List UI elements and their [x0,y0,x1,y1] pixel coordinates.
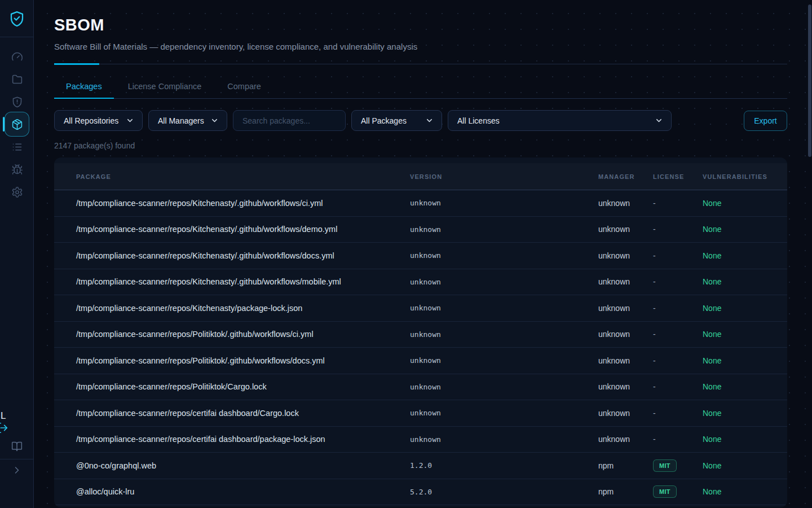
vulnerability-status: None [703,251,774,260]
sidebar-item-policies[interactable] [0,135,34,158]
package-license: - [653,409,703,418]
package-name: @0no-co/graphql.web [76,461,410,470]
table-row[interactable]: /tmp/compliance-scanner/repos/certifai d… [54,427,787,453]
package-license: - [653,304,703,313]
tab-bar: Packages License Compliance Compare [54,76,787,99]
package-manager: unknown [598,382,653,391]
table-row[interactable]: @0no-co/graphql.web 1.2.0 npm MIT None [54,453,787,479]
package-name: /tmp/compliance-scanner/repos/Kitchenast… [76,199,410,208]
table-row[interactable]: /tmp/compliance-scanner/repos/Politiktok… [54,322,787,348]
vulnerability-status: None [703,356,774,365]
package-manager: unknown [598,435,653,444]
sidebar-item-repositories[interactable] [0,68,34,90]
package-license: MIT [653,485,703,498]
table-row[interactable]: /tmp/compliance-scanner/repos/Politiktok… [54,348,787,374]
package-version: unknown [410,199,598,207]
managers-select-value: All Managers [158,116,205,125]
sidebar-bottom: L [0,435,34,508]
license-badge: MIT [653,459,677,472]
chevron-down-icon [655,116,663,125]
package-license: - [653,251,703,260]
package-version: unknown [410,383,598,391]
vulnerability-status: None [703,330,774,339]
table-row[interactable]: /tmp/compliance-scanner/repos/Kitchenast… [54,243,787,269]
license-badge: MIT [653,485,677,498]
column-header-license: License [653,173,703,180]
managers-select[interactable]: All Managers [148,110,227,131]
package-name: /tmp/compliance-scanner/repos/certifai d… [76,435,410,444]
package-manager: unknown [598,277,653,286]
tab-packages[interactable]: Packages [54,76,114,98]
sidebar-divider [0,459,34,459]
results-count: 2147 package(s) found [54,141,787,150]
header-rule [54,63,787,65]
search-input[interactable] [233,110,346,131]
table-row[interactable]: /tmp/compliance-scanner/repos/Kitchenast… [54,190,787,217]
table-row[interactable]: /tmp/compliance-scanner/repos/Kitchenast… [54,269,787,296]
repositories-select[interactable]: All Repositories [54,110,143,131]
sidebar-item-compliance[interactable] [0,90,34,113]
table-header-row: Package Version Manager License Vulnerab… [54,163,787,190]
package-license: - [653,356,703,365]
package-license: - [653,330,703,339]
package-version: unknown [410,278,598,286]
book-open-icon [11,441,23,452]
sidebar: L [0,0,34,508]
vulnerability-status: None [703,382,774,391]
bug-icon [11,164,23,176]
packages-select[interactable]: All Packages [351,110,442,131]
column-header-package: Package [76,173,410,180]
tab-license-compliance[interactable]: License Compliance [116,76,214,98]
vulnerability-status: None [703,199,774,208]
package-license: MIT [653,459,703,472]
table-row[interactable]: /tmp/compliance-scanner/repos/Politiktok… [54,374,787,401]
sidebar-collapse-button[interactable] [0,462,34,479]
package-name: @alloc/quick-lru [76,487,410,496]
package-version: unknown [410,356,598,365]
sidebar-overflow-label: L [1,410,6,422]
sidebar-item-issues[interactable] [0,158,34,181]
table-row[interactable]: /tmp/compliance-scanner/repos/Kitchenast… [54,217,787,243]
vulnerability-status: None [703,487,774,496]
licenses-select[interactable]: All Licenses [448,110,672,131]
package-license: - [653,199,703,208]
vertical-scrollbar[interactable] [808,5,811,157]
column-header-vulnerabilities: Vulnerabilities [703,173,774,180]
table-row[interactable]: /tmp/compliance-scanner/repos/Kitchenast… [54,295,787,322]
sidebar-item-docs[interactable] [0,435,34,458]
package-name: /tmp/compliance-scanner/repos/Kitchenast… [76,277,410,286]
column-header-manager: Manager [598,173,653,180]
package-license: - [653,277,703,286]
logout-icon[interactable] [0,422,8,434]
gauge-icon [11,51,23,63]
chevron-down-icon [126,116,134,125]
sidebar-item-settings[interactable] [0,181,34,203]
package-name: /tmp/compliance-scanner/repos/Politiktok… [76,382,410,391]
package-version: 5.2.0 [410,488,598,496]
filter-bar: All Repositories All Managers All Packag… [54,110,787,131]
vulnerability-status: None [703,304,774,313]
table-row[interactable]: @alloc/quick-lru 5.2.0 npm MIT None [54,479,787,506]
package-version: unknown [410,304,598,312]
package-license: - [653,225,703,234]
package-name: /tmp/compliance-scanner/repos/Kitchenast… [76,251,410,260]
vulnerability-status: None [703,225,774,234]
sidebar-item-dashboard[interactable] [0,45,34,68]
column-header-version: Version [410,173,598,180]
sidebar-item-sbom[interactable] [0,113,34,135]
export-button[interactable]: Export [744,111,787,131]
package-version: unknown [410,330,598,339]
tab-compare[interactable]: Compare [215,76,273,98]
package-manager: unknown [598,304,653,313]
package-manager: unknown [598,199,653,208]
table-row[interactable]: /tmp/compliance-scanner/repos/certifai d… [54,400,787,427]
licenses-select-value: All Licenses [457,116,649,125]
package-version: unknown [410,409,598,417]
app-logo[interactable] [0,0,33,37]
package-version: unknown [410,225,598,234]
page-subtitle: Software Bill of Materials — dependency … [54,42,787,51]
chevron-down-icon [425,116,434,125]
gear-icon [11,186,23,198]
vulnerability-status: None [703,409,774,418]
folder-icon [11,73,23,85]
